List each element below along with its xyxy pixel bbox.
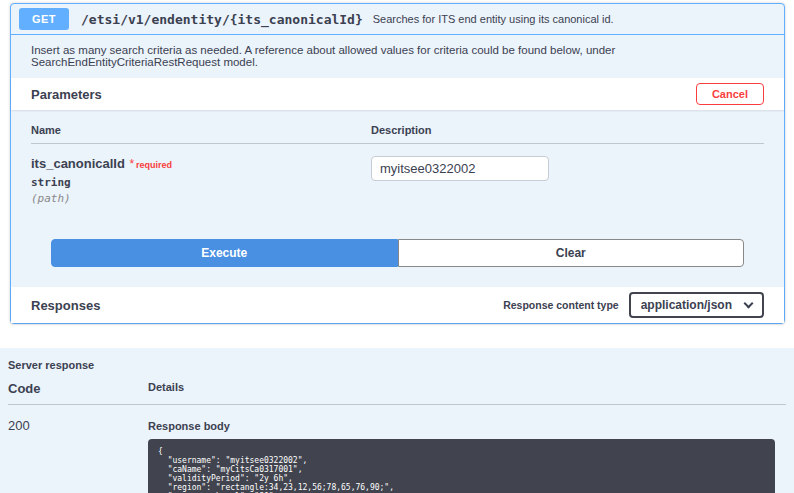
parameter-value-cell: [371, 144, 764, 205]
parameter-name: its_canonicalId: [31, 156, 125, 171]
responses-title: Responses: [31, 298, 100, 313]
parameter-info: its_canonicalId *required string (path): [31, 144, 371, 205]
response-details: Response body { "username": "myitsee0322…: [148, 405, 786, 493]
response-content-type-label: Response content type: [503, 299, 619, 311]
required-label: required: [136, 160, 172, 170]
parameter-location: (path): [31, 192, 371, 205]
column-header-code: Code: [8, 381, 148, 405]
parameters-table: Name Description its_canonicalId *requir…: [11, 110, 784, 287]
status-code: 200: [8, 405, 148, 493]
column-header-details: Details: [148, 381, 786, 405]
cancel-button[interactable]: Cancel: [696, 83, 764, 105]
response-body-label: Response body: [148, 420, 786, 432]
http-method-badge[interactable]: GET: [19, 8, 69, 30]
clear-button[interactable]: Clear: [398, 239, 745, 267]
endpoint-summary: Searches for ITS end entity using its ca…: [373, 13, 614, 25]
chevron-down-icon: [744, 299, 754, 309]
column-header-name: Name: [31, 124, 371, 144]
responses-header: Responses Response content type applicat…: [11, 287, 784, 323]
parameters-title: Parameters: [31, 87, 102, 102]
execute-row: Execute Clear: [31, 205, 764, 287]
execute-button[interactable]: Execute: [51, 239, 398, 267]
response-body-code: { "username": "myitsee0322002", "caName"…: [148, 439, 775, 493]
parameter-type: string: [31, 176, 371, 189]
parameter-value-input[interactable]: [371, 156, 549, 181]
response-content-type-select[interactable]: application/json: [629, 292, 764, 318]
required-star: *: [129, 157, 134, 171]
endpoint-path[interactable]: /etsi/v1/endentity/{its_canonicalId}: [81, 12, 363, 27]
response-body-json: { "username": "myitsee0322002", "caName"…: [158, 447, 394, 493]
operation-description: Insert as many search criteria as needed…: [11, 35, 784, 78]
parameters-header: Parameters Cancel: [11, 78, 784, 110]
column-header-description: Description: [371, 124, 764, 144]
operation-summary[interactable]: GET /etsi/v1/endentity/{its_canonicalId}…: [11, 4, 784, 35]
server-response-title: Server response: [8, 356, 786, 381]
response-content-type-wrap: Response content type application/json: [503, 292, 764, 318]
operation-block-get: GET /etsi/v1/endentity/{its_canonicalId}…: [10, 3, 785, 324]
response-content-type-value: application/json: [641, 298, 732, 312]
server-response-section: Server response Code Details 200 Respons…: [0, 348, 794, 493]
